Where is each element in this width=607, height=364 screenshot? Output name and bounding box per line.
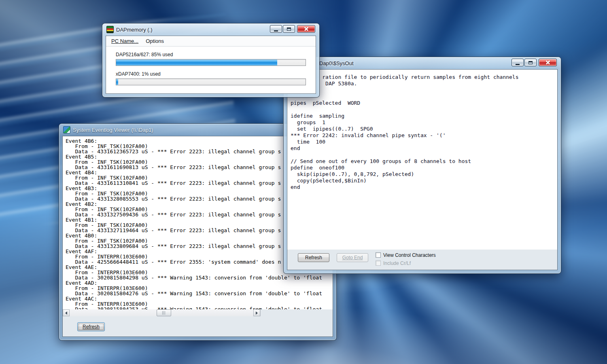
goto-end-label: Goto End — [342, 255, 363, 260]
scrollbar-track[interactable] — [70, 309, 253, 316]
close-button[interactable] — [297, 25, 315, 33]
scroll-left-button[interactable] — [63, 309, 70, 316]
goto-end-button[interactable]: Goto End — [337, 253, 368, 262]
close-button[interactable] — [539, 59, 557, 66]
maximize-icon — [528, 61, 533, 64]
minimize-button[interactable] — [511, 59, 524, 66]
scrollbar-grip-icon — [162, 311, 166, 315]
sysout-titlebar[interactable]: Dap0\$SysOut — [284, 57, 561, 69]
minimize-icon — [274, 30, 278, 32]
dap5216a-usage-fill — [116, 59, 277, 66]
dapmemory-window: DAPmemory (.) PC Name... Options DAP5216… — [102, 23, 320, 97]
scrollbar-thumb[interactable] — [157, 309, 171, 316]
xdap7400-usage-fill — [116, 79, 118, 85]
dapmemory-client-area: PC Name... Options DAP5216a/627: 85% use… — [106, 36, 316, 94]
sysout-refresh-label: Refresh — [305, 255, 322, 260]
maximize-button[interactable] — [524, 59, 537, 66]
sysout-window-title: Dap0\$SysOut — [319, 60, 354, 66]
sysout-text: ration file to periodically return sampl… — [287, 70, 557, 190]
include-crlf-checkbox[interactable] — [376, 260, 381, 266]
desktop: System Eventlog Viewer (\\.\Dap1) Event … — [0, 0, 607, 364]
include-crlf-row[interactable]: Include Cr/Lf — [376, 260, 436, 267]
eventlog-window-title: System Eventlog Viewer (\\.\Dap1) — [73, 127, 153, 133]
scroll-right-arrow-icon — [256, 311, 258, 315]
view-control-characters-checkbox[interactable] — [376, 252, 381, 258]
dapmemory-caption-buttons — [270, 25, 315, 33]
sysout-checkbox-group: View Control Characters Include Cr/Lf — [376, 252, 436, 267]
dap5216a-usage-bar — [116, 59, 306, 66]
sysout-client-area: ration file to periodically return sampl… — [287, 69, 558, 270]
sysout-caption-buttons — [511, 59, 557, 66]
dap5216a-usage-label: DAP5216a/627: 85% used — [116, 52, 306, 57]
sysout-bottom-bar: Refresh Goto End View Control Characters… — [287, 250, 557, 270]
sysout-refresh-button[interactable]: Refresh — [298, 253, 329, 262]
dapmemory-usage-panel: DAP5216a/627: 85% used xDAP7400: 1% used — [106, 47, 316, 85]
eventlog-refresh-label: Refresh — [83, 324, 100, 330]
eventlog-app-icon — [63, 126, 70, 133]
eventlog-scroll-row — [63, 309, 333, 316]
dapmemory-window-title: DAPmemory (.) — [116, 27, 153, 33]
dapmemory-app-icon — [106, 26, 114, 33]
minimize-icon — [516, 64, 520, 65]
maximize-button[interactable] — [283, 25, 295, 33]
close-icon — [545, 60, 551, 65]
eventlog-refresh-button[interactable]: Refresh — [77, 322, 105, 331]
menu-options[interactable]: Options — [143, 37, 167, 45]
dapmemory-menubar: PC Name... Options — [106, 36, 316, 47]
scroll-right-button[interactable] — [253, 309, 260, 316]
view-control-characters-label: View Control Characters — [383, 252, 436, 258]
dapmemory-titlebar[interactable]: DAPmemory (.) — [102, 23, 319, 36]
close-icon — [304, 26, 309, 32]
sysout-text-area[interactable]: ration file to periodically return sampl… — [287, 70, 557, 250]
sysout-window: Dap0\$SysOut ration file to periodically… — [283, 57, 561, 274]
eventlog-bottom-bar: Refresh — [63, 316, 333, 336]
minimize-button[interactable] — [270, 25, 282, 33]
scroll-left-arrow-icon — [65, 311, 67, 315]
maximize-icon — [287, 28, 291, 31]
xdap7400-usage-bar — [116, 78, 306, 85]
menu-pc-name[interactable]: PC Name... — [108, 37, 141, 45]
xdap7400-usage-label: xDAP7400: 1% used — [116, 71, 306, 77]
view-control-characters-row[interactable]: View Control Characters — [376, 252, 436, 258]
eventlog-horizontal-scrollbar[interactable] — [63, 309, 261, 316]
include-crlf-label: Include Cr/Lf — [383, 260, 411, 266]
